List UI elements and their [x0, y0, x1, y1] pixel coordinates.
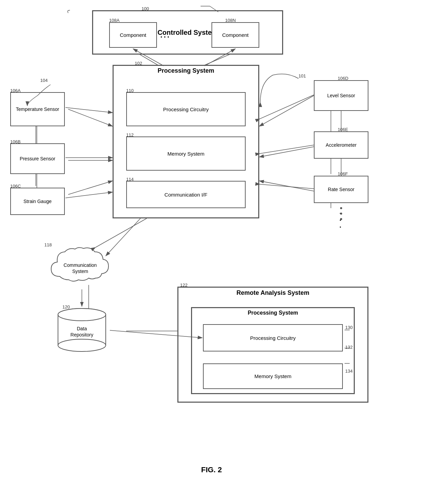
strain-gauge-label: Strain Gauge	[24, 199, 52, 204]
svg-line-6	[68, 181, 113, 195]
remote-memory-system-label: Memory System	[254, 373, 291, 379]
data-repository-area: Data Repository	[55, 307, 109, 355]
svg-line-37	[65, 107, 113, 113]
ref-106f: 106F	[338, 171, 348, 176]
ref-120: 120	[62, 304, 70, 309]
strain-gauge-box: Strain Gauge	[10, 188, 65, 215]
communication-if-label: Communication I/F	[164, 192, 207, 198]
temperature-sensor-label: Temperature Sensor	[16, 106, 59, 112]
svg-line-39	[65, 192, 113, 198]
memory-system-label: Memory System	[167, 151, 204, 157]
bracket-svg	[343, 322, 363, 391]
svg-text:Communication: Communication	[63, 262, 97, 268]
svg-text:Repository: Repository	[71, 332, 93, 337]
ref-122: 122	[180, 283, 188, 288]
ref-106b: 106B	[10, 139, 20, 144]
svg-line-43	[96, 218, 147, 247]
svg-text:System: System	[72, 269, 88, 274]
processing-circuitry-box: Processing Circuitry	[126, 92, 246, 126]
ref-112: 112	[126, 132, 134, 138]
ref-110: 110	[126, 88, 134, 93]
remote-processing-system-label: Processing System	[191, 310, 355, 316]
ref-102: 102	[135, 61, 142, 66]
component-a-box: Component	[109, 22, 157, 48]
ref-101: 101	[298, 73, 306, 78]
rate-sensor-box: Rate Sensor	[314, 176, 368, 203]
ref-108n: 108N	[225, 18, 236, 23]
svg-line-4	[68, 109, 113, 126]
temperature-sensor-box: Temperature Sensor	[10, 92, 65, 126]
communication-if-box: Communication I/F	[126, 181, 246, 208]
svg-line-7	[259, 96, 314, 126]
level-sensor-label: Level Sensor	[327, 93, 355, 98]
remote-memory-system-box: Memory System	[203, 363, 343, 389]
cylinder-svg: Data Repository	[55, 307, 109, 355]
svg-point-50	[340, 207, 342, 209]
accelerometer-box: Accelerometer	[314, 131, 368, 159]
ellipsis-label: ...	[160, 31, 171, 40]
fig-caption: FIG. 2	[0, 465, 423, 474]
processing-circuitry-label: Processing Circuitry	[163, 106, 208, 112]
ref-106e: 106E	[338, 127, 348, 132]
sensor-continuation-dots: ···	[339, 210, 341, 230]
memory-system-box: Memory System	[126, 136, 246, 171]
component-n-box: Component	[212, 22, 259, 48]
remote-analysis-label: Remote Analysis System	[177, 289, 368, 297]
svg-line-8	[259, 147, 314, 157]
ref-108a: 108A	[109, 18, 119, 23]
svg-line-41	[260, 145, 314, 154]
processing-system-title: Processing System	[113, 67, 259, 74]
ref-114: 114	[126, 177, 134, 182]
svg-line-40	[260, 95, 314, 119]
svg-point-24	[58, 339, 106, 351]
communication-system-area: Communication System	[44, 246, 116, 290]
svg-line-9	[259, 181, 314, 191]
pressure-sensor-box: Pressure Sensor	[10, 143, 65, 174]
ref-118: 118	[44, 242, 52, 247]
remote-processing-circuitry-box: Processing Circuitry	[203, 324, 343, 351]
ref-106d: 106D	[338, 76, 348, 81]
svg-line-42	[260, 184, 314, 189]
svg-text:Data: Data	[77, 326, 87, 331]
svg-point-25	[58, 308, 106, 321]
cloud-svg: Communication System	[44, 246, 116, 290]
rate-sensor-label: Rate Sensor	[328, 187, 354, 192]
component-n-label: Component	[222, 32, 249, 38]
ref-106c: 106C	[10, 184, 21, 189]
diagram: Controlled System 100 Component 108A ...…	[0, 0, 423, 485]
remote-processing-circuitry-label: Processing Circuitry	[250, 335, 295, 341]
level-sensor-box: Level Sensor	[314, 80, 368, 111]
ref-100: 100	[142, 6, 149, 11]
pressure-sensor-label: Pressure Sensor	[20, 156, 55, 161]
accelerometer-label: Accelerometer	[326, 142, 356, 148]
ref-104: 104	[40, 78, 48, 83]
component-a-label: Component	[120, 32, 146, 38]
ref-106a: 106A	[10, 88, 20, 93]
